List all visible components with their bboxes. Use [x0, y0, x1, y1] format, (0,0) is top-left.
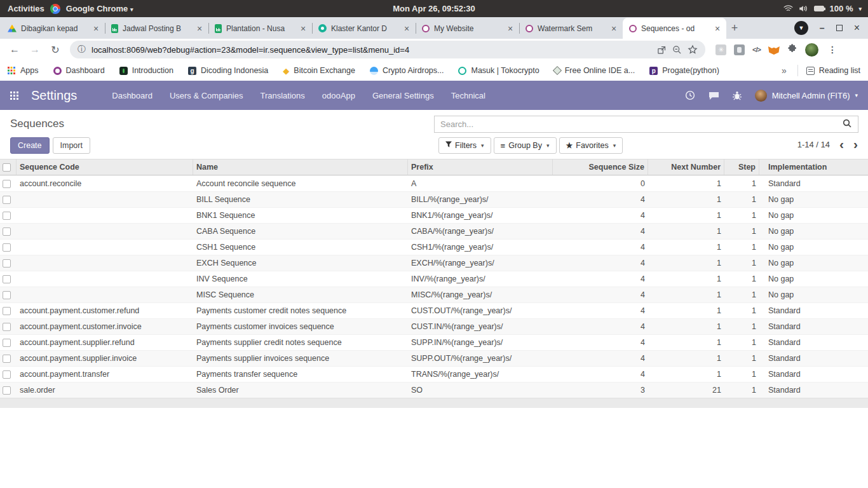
table-cell[interactable]: BILL Sequence: [193, 192, 408, 207]
table-cell[interactable]: 1: [724, 367, 759, 382]
bug-icon[interactable]: [733, 90, 742, 100]
table-cell[interactable]: 1: [648, 208, 724, 223]
open-in-window-icon[interactable]: [657, 45, 667, 55]
activity-clock-icon[interactable]: [685, 90, 695, 100]
column-header-sequence-code[interactable]: Sequence Code: [17, 159, 193, 175]
row-checkbox[interactable]: [3, 212, 11, 220]
browser-tab-dibagikan-kepad[interactable]: Dibagikan kepad×: [1, 18, 105, 39]
bookmarks-overflow-icon[interactable]: »: [779, 65, 789, 76]
table-row[interactable]: CSH1 SequenceCSH1/%(range_year)s/411No g…: [0, 239, 868, 255]
table-row[interactable]: INV SequenceINV/%(range_year)s/411No gap: [0, 271, 868, 287]
table-cell[interactable]: 4: [553, 351, 648, 366]
browser-profile-avatar[interactable]: [805, 43, 818, 57]
bookmark-introduction[interactable]: Introduction: [119, 66, 173, 75]
table-row[interactable]: BNK1 SequenceBNK1/%(range_year)s/411No g…: [0, 207, 868, 223]
table-cell[interactable]: 4: [553, 319, 648, 334]
table-cell[interactable]: Payments supplier invoices sequence: [193, 351, 408, 366]
table-row[interactable]: sale.orderSales OrderSO3211Standard: [0, 382, 868, 398]
table-row[interactable]: account.payment.supplier.invoicePayments…: [0, 350, 868, 366]
table-cell[interactable]: account.payment.customer.refund: [17, 303, 193, 318]
table-row[interactable]: account.payment.customer.invoicePayments…: [0, 318, 868, 334]
table-cell[interactable]: No gap: [759, 192, 868, 207]
table-cell[interactable]: MISC/%(range_year)s/: [408, 287, 553, 302]
column-header-next-number[interactable]: Next Number: [648, 159, 724, 175]
table-cell[interactable]: account.payment.supplier.invoice: [17, 351, 193, 366]
browser-tab-plantation-nusa[interactable]: Plantation - Nusa×: [208, 18, 312, 39]
table-cell[interactable]: Standard: [759, 319, 868, 334]
table-cell[interactable]: 1: [648, 287, 724, 302]
menu-odooapp[interactable]: odooApp: [322, 91, 355, 100]
table-cell[interactable]: BILL/%(range_year)s/: [408, 192, 553, 207]
bookmark-dashboard[interactable]: Dashboard: [53, 66, 105, 75]
table-cell[interactable]: Standard: [759, 383, 868, 398]
group-by-button[interactable]: ≡Group By▾: [494, 137, 557, 154]
table-cell[interactable]: 3: [553, 383, 648, 398]
apps-grid-icon[interactable]: [10, 92, 18, 100]
extension-hand-icon[interactable]: [734, 44, 745, 55]
table-cell[interactable]: 1: [648, 271, 724, 287]
browser-tab-my-website[interactable]: My Website×: [416, 18, 519, 39]
table-cell[interactable]: Standard: [759, 303, 868, 318]
app-menu-button[interactable]: Google Chrome ▾: [66, 4, 133, 13]
table-cell[interactable]: Payments customer credit notes sequence: [193, 303, 408, 318]
pager-previous-icon[interactable]: ‹: [839, 139, 844, 150]
table-cell[interactable]: Account reconcile sequence: [193, 176, 408, 191]
table-row[interactable]: EXCH SequenceEXCH/%(range_year)s/411No g…: [0, 255, 868, 271]
new-tab-button[interactable]: +: [726, 20, 743, 36]
table-cell[interactable]: 1: [648, 192, 724, 207]
menu-dashboard[interactable]: Dashboard: [112, 91, 153, 100]
table-cell[interactable]: Payments customer invoices sequence: [193, 319, 408, 334]
table-cell[interactable]: 4: [553, 303, 648, 318]
table-cell[interactable]: 1: [724, 192, 759, 207]
column-header-sequence-size[interactable]: Sequence Size: [553, 159, 648, 175]
row-checkbox[interactable]: [3, 180, 11, 188]
table-cell[interactable]: No gap: [759, 255, 868, 271]
table-cell[interactable]: No gap: [759, 271, 868, 287]
row-checkbox[interactable]: [3, 227, 11, 236]
extension-code-icon[interactable]: </>: [752, 46, 761, 53]
select-all-checkbox[interactable]: [3, 163, 11, 172]
table-cell[interactable]: 1: [724, 224, 759, 239]
clock[interactable]: Mon Apr 26, 09:52:30: [393, 0, 475, 17]
bookmark-masuk-tokocrypto[interactable]: Masuk | Tokocrypto: [458, 66, 539, 75]
back-button[interactable]: ←: [6, 44, 23, 55]
table-cell[interactable]: SUPP.IN/%(range_year)s/: [408, 335, 553, 350]
row-checkbox[interactable]: [3, 386, 11, 395]
table-cell[interactable]: [17, 255, 193, 271]
site-info-icon[interactable]: ⓘ: [78, 44, 86, 55]
table-cell[interactable]: 1: [648, 176, 724, 191]
table-cell[interactable]: TRANS/%(range_year)s/: [408, 367, 553, 382]
table-cell[interactable]: sale.order: [17, 383, 193, 398]
search-icon[interactable]: [842, 118, 852, 131]
column-header-implementation[interactable]: Implementation: [759, 159, 868, 175]
tab-close-icon[interactable]: ×: [712, 24, 722, 34]
row-checkbox[interactable]: [3, 243, 11, 252]
table-cell[interactable]: EXCH Sequence: [193, 255, 408, 271]
table-cell[interactable]: 4: [553, 287, 648, 302]
table-cell[interactable]: BNK1/%(range_year)s/: [408, 208, 553, 223]
table-cell[interactable]: CUST.IN/%(range_year)s/: [408, 319, 553, 334]
bookmark-progate-python[interactable]: pProgate(python): [649, 66, 719, 75]
row-checkbox[interactable]: [3, 196, 11, 204]
table-cell[interactable]: SUPP.OUT/%(range_year)s/: [408, 351, 553, 366]
browser-tab-klaster-kantor-d[interactable]: Klaster Kantor D×: [312, 18, 416, 39]
bookmark-reading-list[interactable]: Reading list: [806, 66, 860, 75]
row-checkbox[interactable]: [3, 370, 11, 379]
table-cell[interactable]: CSH1/%(range_year)s/: [408, 240, 553, 255]
column-header-prefix[interactable]: Prefix: [408, 159, 553, 175]
browser-menu-icon[interactable]: ⋮: [826, 44, 839, 55]
table-cell[interactable]: CSH1 Sequence: [193, 240, 408, 255]
table-cell[interactable]: CABA/%(range_year)s/: [408, 224, 553, 239]
table-cell[interactable]: [17, 192, 193, 207]
reload-button[interactable]: ↻: [47, 44, 64, 56]
table-cell[interactable]: Sales Order: [193, 383, 408, 398]
table-cell[interactable]: CUST.OUT/%(range_year)s/: [408, 303, 553, 318]
column-header-step[interactable]: Step: [724, 159, 759, 175]
menu-technical[interactable]: Technical: [451, 91, 485, 100]
table-cell[interactable]: 1: [648, 319, 724, 334]
table-cell[interactable]: [17, 240, 193, 255]
table-cell[interactable]: 1: [724, 255, 759, 271]
table-cell[interactable]: Payments supplier credit notes sequence: [193, 335, 408, 350]
tab-close-icon[interactable]: ×: [91, 24, 101, 34]
menu-translations[interactable]: Translations: [260, 91, 304, 100]
